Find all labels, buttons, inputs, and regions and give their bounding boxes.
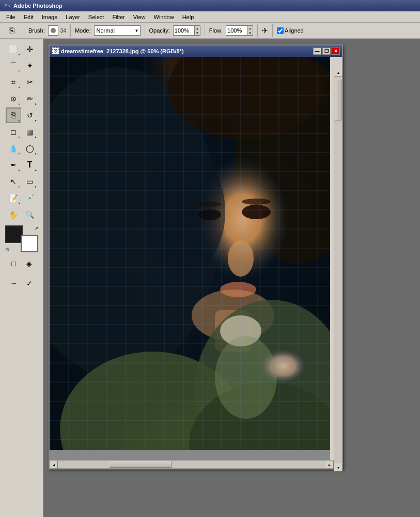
foreground-color[interactable] [5,225,23,243]
flow-input[interactable] [226,27,247,34]
svg-point-10 [251,207,263,215]
separator4 [205,24,205,37]
horizontal-scrollbar[interactable]: ◄ ► [50,460,334,468]
canvas-area[interactable] [50,57,330,460]
marquee-tool[interactable]: ⬜ ▸ [6,41,21,57]
history-brush-tool[interactable]: ↺ ▸ [22,108,38,123]
aligned-checkbox[interactable] [277,27,284,34]
scroll-down-button[interactable]: ▼ [334,463,343,472]
eyedropper-tool[interactable]: 💉 [22,190,38,206]
close-button[interactable]: ✕ [332,48,340,55]
menu-view[interactable]: View [129,13,150,21]
move-tool[interactable]: ✛ [22,41,38,57]
options-bar: ⎘ Brush: 34 Mode: Normal ▼ Opacity: ▲ ▼ … [0,23,420,39]
h-scrollbar-thumb[interactable] [110,461,172,468]
vertical-scrollbar[interactable]: ▲ ▼ [334,68,342,472]
background-color[interactable] [21,235,38,252]
tool-row-2: ⌒ ▸ ✦ [6,58,38,73]
gradient-icon: ▦ [26,128,33,136]
clone-arrow: ▸ [19,118,20,122]
aligned-checkbox-label[interactable]: Aligned [277,27,304,34]
separator3 [145,24,145,37]
quick-mask-btn[interactable]: ◈ [22,256,37,271]
portrait-svg [50,57,330,450]
opacity-stepper[interactable]: ▲ ▼ [194,26,200,35]
brush-preview[interactable] [48,25,58,36]
app-title: Adobe Photoshop [13,3,63,9]
minimize-button[interactable]: — [313,48,321,55]
path-sel-tool[interactable]: ↖ ▸ [6,174,21,189]
flow-up[interactable]: ▲ [247,26,253,31]
pen-tool[interactable]: ✒ ▸ [6,157,21,173]
edit-in-btn[interactable]: ✓ [22,276,37,291]
tool-row-5: ⎘ ▸ ↺ ▸ [6,108,38,123]
slice-tool[interactable]: ✂ [22,74,38,90]
scroll-right-button[interactable]: ► [325,461,334,469]
quick-mask-row: □ ◈ [7,256,37,271]
restore-button[interactable]: ❐ [322,48,331,55]
notes-arrow: ▸ [19,201,20,205]
opacity-down[interactable]: ▼ [195,31,200,35]
shape-tool[interactable]: ▭ ▸ [22,174,38,189]
shape-icon: ▭ [26,177,33,186]
mode-arrow: ▼ [135,28,139,33]
healing-icon: ⊕ [10,95,17,103]
screen-modes: → ✓ [7,274,37,291]
svg-point-13 [198,202,221,207]
menu-help[interactable]: Help [178,13,198,21]
eyedropper-icon: 💉 [25,194,34,202]
clone-stamp-tool[interactable]: ⎘ ▸ [6,108,21,123]
crop-tool[interactable]: ⌗ ▸ [6,74,21,90]
scroll-left-button[interactable]: ◄ [50,461,58,469]
path-sel-arrow: ▸ [19,185,20,188]
hand-tool[interactable]: ✋ [6,207,21,222]
zoom-tool[interactable]: 🔍 [22,207,38,222]
reset-colors-icon[interactable]: ⊙ [5,247,9,252]
menu-window[interactable]: Window [150,13,178,21]
menu-filter[interactable]: Filter [108,13,129,21]
standard-mode-btn[interactable]: □ [7,256,21,271]
doc-title: dreamstimefree_2127328.jpg @ 50% (RGB/8*… [61,48,184,54]
opacity-input[interactable] [174,27,194,34]
lasso-tool[interactable]: ⌒ ▸ [6,58,21,73]
mode-dropdown[interactable]: Normal ▼ [94,25,141,36]
text-tool[interactable]: T ▸ [22,157,38,173]
menu-image[interactable]: Image [38,13,62,21]
active-tool-icon: ⎘ [3,23,20,38]
svg-point-12 [242,199,271,205]
opacity-input-group: ▲ ▼ [173,25,200,36]
app-title-bar: Ps Adobe Photoshop [0,0,420,11]
quick-mask-icon: ◈ [26,260,32,268]
menu-file[interactable]: File [2,13,20,21]
text-arrow: ▸ [35,168,37,172]
brush-size: 34 [60,28,66,34]
airbrush-button[interactable]: ✈ [262,26,268,35]
menu-edit[interactable]: Edit [20,13,38,21]
path-sel-icon: ↖ [10,177,17,186]
tool-row-4: ⊕ ▸ ✏ ▸ [6,91,38,107]
tool-row-3: ⌗ ▸ ✂ [6,74,38,90]
v-scrollbar-thumb[interactable] [335,79,341,120]
magic-wand-tool[interactable]: ✦ [22,58,38,73]
jump-to-imageready-btn[interactable]: → [7,276,21,291]
blur-tool[interactable]: 💧 ▸ [6,141,21,156]
svg-point-11 [198,209,221,220]
eraser-tool[interactable]: ◻ ▸ [6,124,21,140]
flow-down[interactable]: ▼ [247,31,253,35]
healing-brush-tool[interactable]: ⊕ ▸ [6,91,21,107]
dodge-tool[interactable]: ◯ ▸ [22,141,38,156]
h-scrollbar-track[interactable] [58,461,325,468]
opacity-up[interactable]: ▲ [195,26,200,31]
flow-stepper[interactable]: ▲ ▼ [247,26,253,35]
gradient-tool[interactable]: ▦ ▸ [22,124,38,140]
menu-select[interactable]: Select [84,13,108,21]
toolbar: ⬜ ▸ ✛ ⌒ ▸ ✦ ⌗ ▸ ✂ [0,39,43,517]
brush-tool[interactable]: ✏ ▸ [22,91,38,107]
swap-colors-icon[interactable]: ↗ [34,225,38,231]
v-scrollbar-track[interactable] [334,77,342,463]
scroll-up-button[interactable]: ▲ [334,68,343,77]
lasso-arrow: ▸ [19,69,20,72]
notes-tool[interactable]: 📝 ▸ [6,190,21,206]
dodge-icon: ◯ [26,144,34,153]
menu-layer[interactable]: Layer [61,13,84,21]
